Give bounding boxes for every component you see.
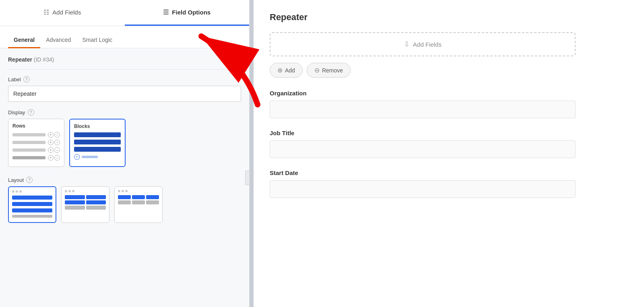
label-row: Label ? bbox=[8, 76, 241, 82]
field-job-title: Job Title bbox=[270, 130, 576, 158]
field-section-title: Repeater (ID #34) bbox=[8, 56, 241, 63]
add-fields-text: Add Fields bbox=[413, 41, 442, 48]
tab-field-options[interactable]: ☰ Field Options bbox=[125, 0, 250, 26]
display-option-blocks[interactable]: Blocks + bbox=[69, 119, 126, 167]
tab-advanced[interactable]: Advanced bbox=[40, 33, 76, 48]
collapse-button[interactable]: ‹ bbox=[245, 171, 249, 185]
display-options: Rows + − + bbox=[8, 119, 241, 167]
organization-label: Organization bbox=[270, 90, 576, 97]
layout-label-row: Layout ? bbox=[8, 177, 241, 183]
job-title-label: Job Title bbox=[270, 130, 576, 136]
remove-button[interactable]: ⊖ Remove bbox=[307, 63, 351, 78]
label-help-icon[interactable]: ? bbox=[23, 76, 30, 82]
tab-smart-logic[interactable]: Smart Logic bbox=[76, 33, 118, 48]
tab-add-fields[interactable]: ☷ Add Fields bbox=[0, 0, 125, 26]
layout-section: Layout ? bbox=[8, 177, 241, 223]
rows-preview: + − + − bbox=[12, 132, 60, 161]
add-fields-icon: ☷ bbox=[43, 8, 49, 16]
display-section: Display ? Rows + − bbox=[8, 109, 241, 167]
field-start-date: Start Date bbox=[270, 169, 576, 198]
add-fields-download-icon: ⇩ bbox=[404, 40, 410, 49]
display-help-icon[interactable]: ? bbox=[28, 109, 34, 115]
panel-content: Repeater (ID #34) Label ? Display ? Rows bbox=[0, 48, 249, 307]
layout-help-icon[interactable]: ? bbox=[26, 177, 33, 183]
right-panel: Repeater ⇩ Add Fields ⊕ Add ⊖ Remove Org… bbox=[254, 0, 644, 307]
tab-general[interactable]: General bbox=[8, 33, 40, 48]
label-input[interactable] bbox=[8, 86, 241, 102]
field-options-icon: ☰ bbox=[163, 8, 169, 16]
add-button[interactable]: ⊕ Add bbox=[270, 63, 303, 78]
left-panel: ☷ Add Fields ☰ Field Options General Adv… bbox=[0, 0, 250, 307]
remove-icon: ⊖ bbox=[314, 66, 320, 74]
top-tabs: ☷ Add Fields ☰ Field Options bbox=[0, 0, 249, 26]
field-organization: Organization bbox=[270, 90, 576, 118]
job-title-input[interactable] bbox=[270, 140, 576, 158]
add-icon: ⊕ bbox=[277, 66, 283, 74]
add-fields-area[interactable]: ⇩ Add Fields bbox=[270, 32, 576, 56]
action-buttons: ⊕ Add ⊖ Remove bbox=[270, 63, 576, 78]
form-title: Repeater bbox=[270, 12, 576, 23]
layout-option-1[interactable] bbox=[8, 186, 56, 223]
add-fields-label: Add Fields bbox=[52, 9, 81, 16]
blocks-preview: + bbox=[74, 132, 121, 160]
start-date-label: Start Date bbox=[270, 169, 576, 176]
field-options-label: Field Options bbox=[172, 9, 211, 16]
start-date-input[interactable] bbox=[270, 180, 576, 198]
organization-input[interactable] bbox=[270, 101, 576, 118]
sub-tabs: General Advanced Smart Logic bbox=[0, 26, 249, 48]
panel-divider bbox=[250, 0, 254, 307]
layout-options bbox=[8, 186, 241, 223]
display-option-rows[interactable]: Rows + − + bbox=[8, 119, 64, 167]
display-label-row: Display ? bbox=[8, 109, 241, 115]
layout-option-2[interactable] bbox=[61, 186, 109, 223]
layout-option-3[interactable] bbox=[114, 186, 163, 223]
